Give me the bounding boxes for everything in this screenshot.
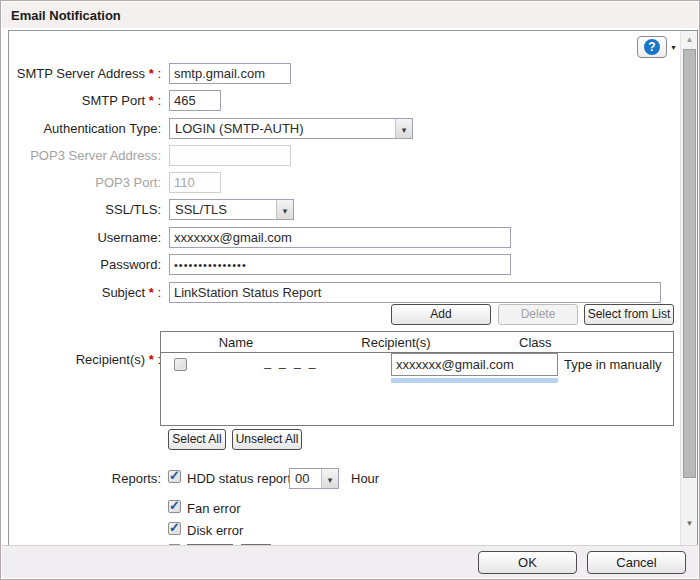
reports-label: Reports: [9,468,161,489]
pop3-server-input [169,145,291,166]
settings-panel: ? ▼ ▲ ▼ SMTP Server Address * : SMTP Por… [8,30,698,547]
dialog-footer: OK Cancel [2,545,698,578]
chevron-down-icon[interactable]: ▾ [321,469,338,488]
fan-error-checkbox[interactable]: ✓ [168,500,181,513]
column-header-recipient: Recipient(s) [331,332,461,353]
subject-label: Subject * : [9,282,161,303]
ok-button[interactable]: OK [478,551,577,574]
row-selection-highlight [391,378,558,383]
recipients-table: Name Recipient(s) Class – – – – Type in … [160,331,674,426]
recipients-table-header: Name Recipient(s) Class [161,332,673,353]
smtp-port-input[interactable] [169,90,221,111]
select-from-list-button[interactable]: Select from List [584,304,674,325]
dialog-titlebar: Email Notification [2,2,698,28]
ssl-tls-select[interactable]: SSL/TLS ▾ [169,199,294,220]
auth-type-label: Authentication Type: [9,118,161,139]
pop3-server-label: POP3 Server Address: [9,145,161,166]
email-notification-dialog: Email Notification ? ▼ ▲ ▼ SMTP Server A… [0,0,700,580]
help-button-face[interactable]: ? [637,36,667,58]
help-button[interactable]: ? ▼ [637,36,677,58]
smtp-server-input[interactable] [169,63,291,84]
check-icon: ✓ [169,520,180,535]
username-label: Username: [9,227,161,248]
recipient-name-placeholder: – – – – [264,360,318,375]
hour-label: Hour [351,471,379,486]
disk-error-checkbox[interactable]: ✓ [168,522,181,535]
column-header-name: Name [181,332,291,353]
scroll-up-icon[interactable]: ▲ [681,35,698,44]
scrollbar-thumb[interactable] [683,49,696,478]
help-icon: ? [644,39,660,55]
dialog-title: Email Notification [11,8,121,23]
pop3-port-input [169,172,221,193]
password-input[interactable] [169,254,511,275]
ssl-tls-label: SSL/TLS: [9,199,161,220]
vertical-scrollbar[interactable]: ▲ ▼ [680,31,697,546]
smtp-server-label: SMTP Server Address * : [9,63,161,84]
recipient-email-input[interactable] [391,353,558,376]
hour-select[interactable]: 00 ▾ [289,468,339,489]
hdd-status-checkbox[interactable]: ✓ [168,470,181,483]
cancel-button[interactable]: Cancel [587,551,686,574]
chevron-down-icon[interactable]: ▾ [395,119,412,138]
username-input[interactable] [169,227,511,248]
disk-error-label: Disk error [187,523,243,538]
smtp-port-label: SMTP Port * : [9,90,161,111]
chevron-down-icon[interactable]: ▾ [276,200,293,219]
help-caret-icon[interactable]: ▼ [670,44,677,51]
check-icon: ✓ [169,498,180,513]
unselect-all-button[interactable]: Unselect All [232,429,302,450]
hdd-status-label: HDD status report [187,471,291,486]
auth-type-select[interactable]: LOGIN (SMTP-AUTH) ▾ [169,118,413,139]
recipient-row-checkbox[interactable] [174,358,187,371]
password-label: Password: [9,254,161,275]
subject-input[interactable] [169,282,661,303]
scroll-down-icon[interactable]: ▼ [681,519,698,528]
check-icon: ✓ [169,468,180,483]
recipient-class-value: Type in manually [564,357,662,372]
column-header-class: Class [519,332,552,353]
recipients-label: Recipient(s) * : [9,349,161,370]
select-all-button[interactable]: Select All [168,429,226,450]
fan-error-label: Fan error [187,501,240,516]
add-button[interactable]: Add [391,304,491,325]
delete-button: Delete [498,304,578,325]
pop3-port-label: POP3 Port: [9,172,161,193]
